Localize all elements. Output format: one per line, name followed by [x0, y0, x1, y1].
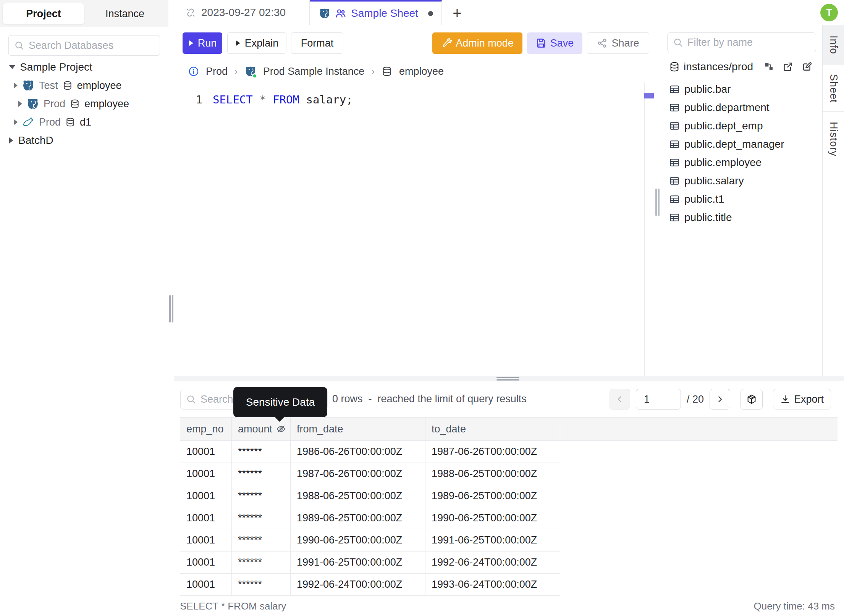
cell-to-date[interactable]: 1989-06-25T00:00:00Z [425, 485, 560, 507]
table-row[interactable]: 10001 ****** 1989-06-25T00:00:00Z 1990-0… [180, 507, 560, 529]
cell-amount-masked[interactable]: ****** [232, 463, 291, 485]
cell-from-date[interactable]: 1990-06-25T00:00:00Z [291, 529, 425, 551]
tab-history-sheet[interactable]: 2023-09-27 02:30 [174, 0, 310, 25]
sql-editor[interactable]: 1 SELECT * FROM salary; [174, 82, 644, 376]
column-header[interactable]: from_date [291, 418, 425, 440]
external-link-icon[interactable] [783, 61, 793, 72]
table-list-item[interactable]: public.t1 [661, 190, 822, 208]
cell-from-date[interactable]: 1987-06-26T00:00:00Z [291, 463, 425, 485]
cell-amount-masked[interactable]: ****** [232, 529, 291, 551]
cell-from-date[interactable]: 1992-06-24T00:00:00Z [291, 574, 425, 595]
tab-project[interactable]: Project [3, 3, 84, 24]
tree-item-prod-d1[interactable]: Prod d1 [0, 113, 168, 131]
table-list-item[interactable]: public.employee [661, 153, 822, 172]
table-row[interactable]: 10001 ****** 1986-06-26T00:00:00Z 1987-0… [180, 441, 560, 463]
tree-item-sample-project[interactable]: Sample Project [0, 58, 168, 76]
table-list-item[interactable]: public.dept_emp [661, 117, 822, 135]
table-row[interactable]: 10001 ****** 1992-06-24T00:00:00Z 1993-0… [180, 574, 560, 596]
table-list-item[interactable]: public.dept_manager [661, 135, 822, 153]
breadcrumb-environment[interactable]: Prod [206, 66, 228, 77]
tab-info-label: Info [828, 35, 839, 54]
table-row[interactable]: 10001 ****** 1988-06-25T00:00:00Z 1989-0… [180, 485, 560, 507]
tree-item-test-employee[interactable]: Test employee [0, 76, 168, 95]
schema-diagram-icon[interactable] [763, 61, 774, 72]
cell-emp-no[interactable]: 10001 [180, 485, 232, 507]
tree-item-prod-employee-selected[interactable]: Prod employee [0, 95, 168, 113]
tab-sample-sheet-active[interactable]: Sample Sheet [310, 0, 442, 25]
cell-to-date[interactable]: 1993-06-24T00:00:00Z [425, 574, 560, 595]
table-row[interactable]: 10001 ****** 1987-06-26T00:00:00Z 1988-0… [180, 463, 560, 485]
sheet-tab-bar: 2023-09-27 02:30 Sample Sheet + [174, 0, 844, 25]
cell-amount-masked[interactable]: ****** [232, 574, 291, 595]
page-total: / 20 [687, 393, 704, 405]
caret-down-icon[interactable] [9, 65, 15, 69]
user-avatar[interactable]: T [820, 4, 838, 21]
table-row[interactable]: 10001 ****** 1991-06-25T00:00:00Z 1992-0… [180, 551, 560, 574]
cell-emp-no[interactable]: 10001 [180, 551, 232, 573]
cell-emp-no[interactable]: 10001 [180, 463, 232, 485]
cell-from-date[interactable]: 1986-06-26T00:00:00Z [291, 441, 425, 463]
cell-to-date[interactable]: 1992-06-24T00:00:00Z [425, 551, 560, 573]
tab-instance[interactable]: Instance [84, 3, 165, 24]
table-filter[interactable] [667, 32, 816, 52]
cell-emp-no[interactable]: 10001 [180, 441, 232, 463]
prev-page-button[interactable] [610, 389, 630, 410]
cell-amount-masked[interactable]: ****** [232, 551, 291, 573]
editor-scrollbar[interactable] [644, 82, 654, 376]
explain-button[interactable]: Explain [227, 32, 286, 54]
cell-amount-masked[interactable]: ****** [232, 441, 291, 463]
caret-right-icon[interactable] [18, 101, 22, 107]
cell-emp-no[interactable]: 10001 [180, 507, 232, 529]
cell-amount-masked[interactable]: ****** [232, 507, 291, 529]
cell-to-date[interactable]: 1990-06-25T00:00:00Z [425, 507, 560, 529]
database-search-input[interactable] [29, 40, 154, 52]
cell-to-date[interactable]: 1988-06-25T00:00:00Z [425, 463, 560, 485]
table-list-item[interactable]: public.department [661, 98, 822, 117]
caret-right-icon[interactable] [14, 119, 18, 125]
breadcrumb-instance[interactable]: Prod Sample Instance [263, 66, 365, 77]
panel-resize-handle[interactable] [654, 25, 661, 376]
cell-emp-no[interactable]: 10001 [180, 574, 232, 595]
new-tab-button[interactable]: + [449, 5, 466, 21]
tab-sheet[interactable]: Sheet [823, 65, 844, 112]
cell-from-date[interactable]: 1989-06-25T00:00:00Z [291, 507, 425, 529]
sidebar-resize-handle[interactable] [168, 0, 174, 616]
cell-to-date[interactable]: 1987-06-26T00:00:00Z [425, 441, 560, 463]
format-button[interactable]: Format [291, 32, 343, 54]
sql-code-line[interactable]: SELECT * FROM salary; [213, 93, 353, 106]
edit-icon[interactable] [802, 61, 812, 72]
table-row[interactable]: 10001 ****** 1990-06-25T00:00:00Z 1991-0… [180, 529, 560, 551]
info-icon[interactable] [188, 66, 199, 77]
tab-history[interactable]: History [823, 112, 844, 167]
results-resize-handle[interactable] [174, 376, 844, 381]
cell-from-date[interactable]: 1991-06-25T00:00:00Z [291, 551, 425, 573]
caret-right-icon[interactable] [14, 82, 18, 89]
run-button[interactable]: Run [183, 32, 222, 54]
admin-mode-button[interactable]: Admin mode [432, 32, 522, 54]
share-button[interactable]: Share [587, 32, 649, 54]
table-name: public.dept_emp [684, 120, 763, 132]
caret-right-icon[interactable] [9, 137, 13, 144]
database-search[interactable] [8, 35, 160, 56]
table-filter-input[interactable] [687, 37, 810, 48]
table-list-item[interactable]: public.salary [661, 172, 822, 190]
table-list-item[interactable]: public.bar [661, 80, 822, 98]
fetch-all-button[interactable] [741, 389, 763, 410]
breadcrumb-database[interactable]: employee [399, 66, 444, 77]
save-button[interactable]: Save [527, 32, 582, 54]
tree-item-batchd[interactable]: BatchD [0, 131, 168, 150]
page-number-input[interactable]: 1 [636, 389, 681, 410]
cell-emp-no[interactable]: 10001 [180, 529, 232, 551]
cell-from-date[interactable]: 1988-06-25T00:00:00Z [291, 485, 425, 507]
next-page-button[interactable] [710, 389, 730, 410]
table-list-item[interactable]: public.title [661, 208, 822, 227]
cell-to-date[interactable]: 1991-06-25T00:00:00Z [425, 529, 560, 551]
search-icon [186, 394, 196, 404]
tab-info[interactable]: Info [823, 25, 844, 65]
editor-scroll-thumb[interactable] [644, 93, 654, 98]
export-button[interactable]: Export [773, 389, 831, 410]
column-header[interactable]: emp_no [180, 418, 232, 440]
column-header[interactable]: to_date [425, 418, 560, 440]
cell-amount-masked[interactable]: ****** [232, 485, 291, 507]
grip-line [655, 189, 657, 216]
